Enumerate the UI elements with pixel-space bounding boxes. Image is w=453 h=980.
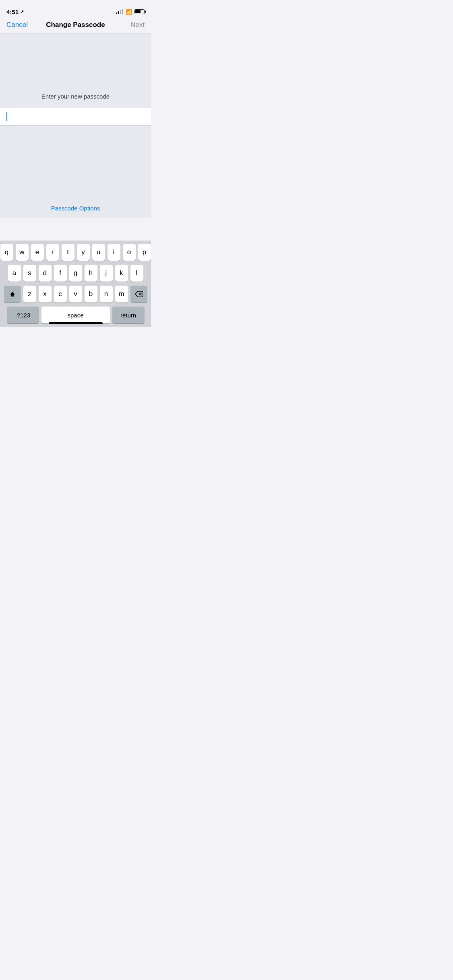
- key-i[interactable]: i: [108, 244, 120, 261]
- key-r[interactable]: r: [46, 244, 59, 261]
- numbers-key[interactable]: .?123: [7, 307, 39, 323]
- page-title: Change Passcode: [46, 21, 105, 29]
- shift-icon: [9, 291, 16, 297]
- key-y[interactable]: y: [77, 244, 90, 261]
- key-w[interactable]: w: [16, 244, 29, 261]
- battery-icon: [134, 9, 145, 14]
- key-j[interactable]: j: [100, 265, 113, 282]
- key-a[interactable]: a: [8, 265, 21, 282]
- status-icons: 📶: [116, 9, 145, 15]
- key-s[interactable]: s: [23, 265, 36, 282]
- keyboard-row-2: a s d f g h j k l: [1, 265, 150, 282]
- key-p[interactable]: p: [138, 244, 151, 261]
- key-n[interactable]: n: [100, 286, 113, 303]
- location-icon: ↗: [20, 9, 24, 14]
- prompt-text: Enter your new passcode: [41, 93, 110, 100]
- key-u[interactable]: u: [92, 244, 105, 261]
- key-d[interactable]: d: [39, 265, 52, 282]
- keyboard-row-3: z x c v b n m: [1, 286, 150, 303]
- space-key[interactable]: space: [41, 307, 110, 323]
- key-q[interactable]: q: [0, 244, 13, 261]
- cancel-button[interactable]: Cancel: [6, 21, 31, 29]
- key-m[interactable]: m: [115, 286, 128, 303]
- key-z[interactable]: z: [23, 286, 36, 303]
- keyboard-row-4: .?123 space return: [1, 307, 150, 323]
- key-x[interactable]: x: [39, 286, 52, 303]
- key-o[interactable]: o: [123, 244, 136, 261]
- delete-icon: [135, 291, 143, 297]
- nav-bar: Cancel Change Passcode Next: [0, 18, 151, 33]
- keyboard: q w e r t y u i o p a s d f g h j k l z …: [0, 241, 151, 327]
- shift-key[interactable]: [4, 286, 21, 303]
- key-g[interactable]: g: [69, 265, 82, 282]
- key-v[interactable]: v: [69, 286, 82, 303]
- content-area: Enter your new passcode: [0, 33, 151, 108]
- key-h[interactable]: h: [85, 265, 97, 282]
- home-indicator: [49, 322, 103, 324]
- delete-key[interactable]: [130, 286, 147, 303]
- wifi-icon: 📶: [126, 9, 132, 15]
- key-e[interactable]: e: [31, 244, 44, 261]
- status-time: 4:51 ↗: [6, 8, 24, 15]
- key-k[interactable]: k: [115, 265, 128, 282]
- key-b[interactable]: b: [85, 286, 97, 303]
- signal-icon: [116, 9, 123, 14]
- svg-marker-0: [10, 292, 15, 296]
- key-f[interactable]: f: [54, 265, 67, 282]
- text-cursor: [6, 112, 7, 121]
- passcode-input-field[interactable]: [0, 108, 151, 126]
- next-button: Next: [120, 21, 145, 29]
- key-t[interactable]: t: [62, 244, 74, 261]
- passcode-options-button[interactable]: Passcode Options: [51, 205, 100, 212]
- key-c[interactable]: c: [54, 286, 67, 303]
- below-input-area: Passcode Options: [0, 126, 151, 218]
- status-bar: 4:51 ↗ 📶: [0, 0, 151, 18]
- keyboard-row-1: q w e r t y u i o p: [1, 244, 150, 261]
- key-l[interactable]: l: [130, 265, 143, 282]
- return-key[interactable]: return: [112, 307, 145, 323]
